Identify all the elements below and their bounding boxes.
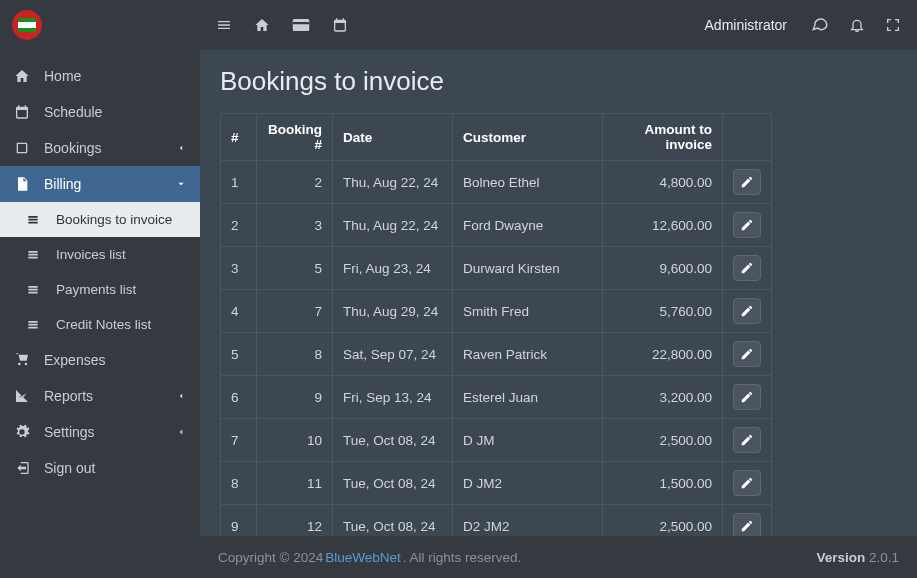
sidebar-item-invoices-list[interactable]: Invoices list xyxy=(0,237,200,272)
sidebar-item-expenses[interactable]: Expenses xyxy=(0,342,200,378)
cell-action xyxy=(723,419,772,462)
sidebar-item-credit-notes-list[interactable]: Credit Notes list xyxy=(0,307,200,342)
sidebar-item-label: Schedule xyxy=(44,104,102,120)
edit-button[interactable] xyxy=(733,470,761,496)
cell-index: 8 xyxy=(221,462,257,505)
cell-date: Tue, Oct 08, 24 xyxy=(333,462,453,505)
username-label[interactable]: Administrator xyxy=(705,17,787,33)
footer: Copyright © 2024 BlueWebNet . All rights… xyxy=(200,536,917,578)
cell-index: 7 xyxy=(221,419,257,462)
edit-button[interactable] xyxy=(733,212,761,238)
cell-action xyxy=(723,290,772,333)
book-icon xyxy=(14,140,34,156)
cell-date: Sat, Sep 07, 24 xyxy=(333,333,453,376)
sidebar-item-schedule[interactable]: Schedule xyxy=(0,94,200,130)
sidebar-item-home[interactable]: Home xyxy=(0,58,200,94)
edit-button[interactable] xyxy=(733,384,761,410)
pencil-icon xyxy=(740,390,754,404)
table-row: 47Thu, Aug 29, 24Smith Fred5,760.00 xyxy=(221,290,772,333)
expand-icon[interactable] xyxy=(885,17,901,33)
pencil-icon xyxy=(740,218,754,232)
menu-icon[interactable] xyxy=(216,17,232,33)
cell-amount: 1,500.00 xyxy=(603,462,723,505)
bell-icon[interactable] xyxy=(849,16,865,34)
sidebar-item-signout[interactable]: Sign out xyxy=(0,450,200,486)
chevron-left-icon xyxy=(176,427,186,437)
cell-action xyxy=(723,505,772,537)
edit-button[interactable] xyxy=(733,427,761,453)
sidebar-item-label: Expenses xyxy=(44,352,105,368)
table-row: 710Tue, Oct 08, 24D JM2,500.00 xyxy=(221,419,772,462)
pencil-icon xyxy=(740,433,754,447)
cell-customer: Durward Kirsten xyxy=(453,247,603,290)
cell-amount: 2,500.00 xyxy=(603,419,723,462)
cell-amount: 12,600.00 xyxy=(603,204,723,247)
cell-action xyxy=(723,376,772,419)
footer-copyright-suffix: . All rights reserved. xyxy=(403,550,522,565)
sidebar-item-settings[interactable]: Settings xyxy=(0,414,200,450)
edit-button[interactable] xyxy=(733,169,761,195)
footer-version-number: 2.0.1 xyxy=(869,550,899,565)
edit-button[interactable] xyxy=(733,513,761,536)
list-icon xyxy=(26,248,46,262)
edit-button[interactable] xyxy=(733,255,761,281)
sidebar-item-billing[interactable]: Billing xyxy=(0,166,200,202)
pencil-icon xyxy=(740,519,754,533)
logo-icon xyxy=(12,10,42,40)
cell-customer: D JM xyxy=(453,419,603,462)
chevron-left-icon xyxy=(176,143,186,153)
cell-customer: Ford Dwayne xyxy=(453,204,603,247)
cell-customer: D JM2 xyxy=(453,462,603,505)
cell-index: 6 xyxy=(221,376,257,419)
sidebar-item-label: Home xyxy=(44,68,81,84)
cell-amount: 9,600.00 xyxy=(603,247,723,290)
sidebar-item-reports[interactable]: Reports xyxy=(0,378,200,414)
cell-date: Tue, Oct 08, 24 xyxy=(333,505,453,537)
pencil-icon xyxy=(740,304,754,318)
sidebar-item-label: Settings xyxy=(44,424,95,440)
cell-booking: 9 xyxy=(257,376,333,419)
footer-version: Version 2.0.1 xyxy=(816,550,899,565)
footer-brand[interactable]: BlueWebNet xyxy=(325,550,401,565)
sidebar-item-label: Billing xyxy=(44,176,81,192)
page-title: Bookings to invoice xyxy=(220,66,897,97)
pencil-icon xyxy=(740,261,754,275)
cell-date: Fri, Sep 13, 24 xyxy=(333,376,453,419)
cell-action xyxy=(723,247,772,290)
cell-action xyxy=(723,204,772,247)
col-header-index: # xyxy=(221,114,257,161)
sidebar-item-label: Bookings to invoice xyxy=(56,212,172,227)
chat-icon[interactable] xyxy=(811,16,829,34)
calendar-icon[interactable] xyxy=(332,17,348,33)
cell-booking: 8 xyxy=(257,333,333,376)
cell-amount: 22,800.00 xyxy=(603,333,723,376)
cell-amount: 5,760.00 xyxy=(603,290,723,333)
home-icon[interactable] xyxy=(254,17,270,33)
sidebar-item-label: Bookings xyxy=(44,140,102,156)
cell-booking: 5 xyxy=(257,247,333,290)
list-icon xyxy=(26,213,46,227)
footer-version-label: Version xyxy=(816,550,869,565)
cell-action xyxy=(723,333,772,376)
cell-date: Thu, Aug 22, 24 xyxy=(333,161,453,204)
sidebar-item-bookings[interactable]: Bookings xyxy=(0,130,200,166)
col-header-customer: Customer xyxy=(453,114,603,161)
col-header-action xyxy=(723,114,772,161)
cart-icon xyxy=(14,352,34,368)
sidebar-item-bookings-to-invoice[interactable]: Bookings to invoice xyxy=(0,202,200,237)
sidebar-item-payments-list[interactable]: Payments list xyxy=(0,272,200,307)
edit-button[interactable] xyxy=(733,298,761,324)
cell-customer: Raven Patrick xyxy=(453,333,603,376)
sidebar: Home Schedule Bookings xyxy=(0,0,200,578)
pencil-icon xyxy=(740,476,754,490)
cell-index: 4 xyxy=(221,290,257,333)
cell-booking: 3 xyxy=(257,204,333,247)
card-icon[interactable] xyxy=(292,18,310,32)
sidebar-item-label: Sign out xyxy=(44,460,95,476)
cell-customer: D2 JM2 xyxy=(453,505,603,537)
list-icon xyxy=(26,283,46,297)
file-icon xyxy=(14,176,34,192)
signout-icon xyxy=(14,460,34,476)
edit-button[interactable] xyxy=(733,341,761,367)
footer-copyright-prefix: Copyright © 2024 xyxy=(218,550,323,565)
